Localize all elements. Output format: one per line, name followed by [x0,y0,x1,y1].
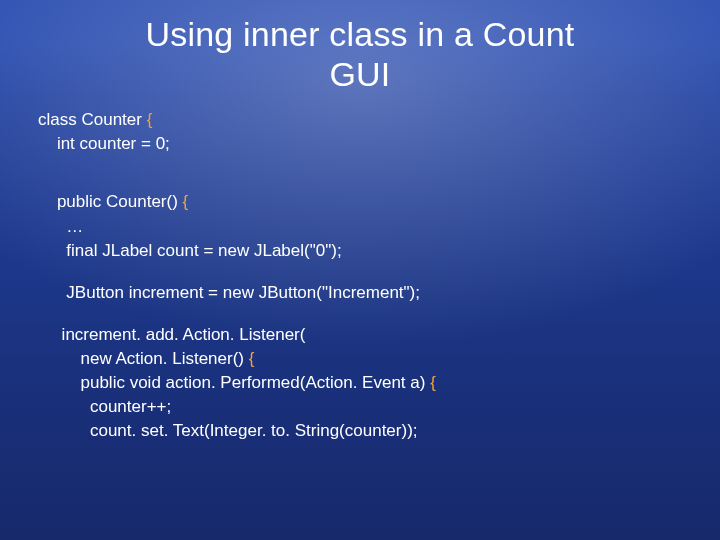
blank-gap-3 [38,305,682,323]
title-line-1: Using inner class in a Count [146,15,575,53]
brace-open-1: { [147,110,153,129]
code-l1a: class Counter [38,110,147,129]
brace-open-3: { [249,349,255,368]
code-l3: public Counter() [38,192,183,211]
slide-title: Using inner class in a Count GUI [38,14,682,94]
code-l7: increment. add. Action. Listener( [38,325,305,344]
code-l10: counter++; [38,397,171,416]
code-l6: JButton increment = new JButton("Increme… [38,283,420,302]
slide: Using inner class in a Count GUI class C… [0,0,720,540]
blank-gap-2 [38,263,682,281]
code-l4: … [38,217,83,236]
code-l11: count. set. Text(Integer. to. String(cou… [38,421,418,440]
code-l9: public void action. Performed(Action. Ev… [38,373,430,392]
code-block: class Counter { int counter = 0; public … [38,108,682,443]
brace-open-4: { [430,373,436,392]
code-l2: int counter = 0; [38,134,170,153]
title-line-2: GUI [329,55,390,93]
blank-gap-1 [38,156,682,190]
code-l5: final JLabel count = new JLabel("0"); [38,241,342,260]
brace-open-2: { [183,192,189,211]
code-l8: new Action. Listener() [38,349,249,368]
